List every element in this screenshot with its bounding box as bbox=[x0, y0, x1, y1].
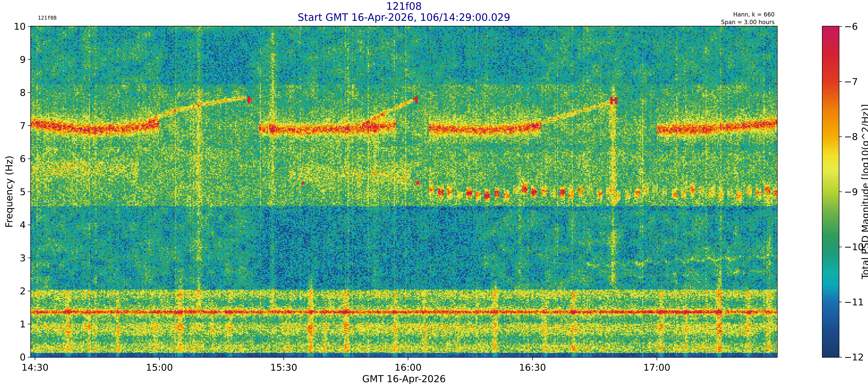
y-tick-label: 1 bbox=[1, 319, 26, 329]
colorbar-tick-label: −9 bbox=[844, 186, 858, 197]
x-axis-label: GMT 16-Apr-2026 bbox=[31, 373, 777, 384]
x-tick-label: 14:30 bbox=[22, 362, 49, 373]
window-info-block: Hann, k = 660 Span = 3.00 hours bbox=[721, 11, 775, 26]
colorbar-gradient bbox=[823, 26, 839, 357]
x-tick-label: 15:00 bbox=[146, 362, 173, 373]
x-tick-mark bbox=[159, 357, 160, 360]
y-tick-label: 6 bbox=[1, 153, 26, 164]
colorbar-tick-label: −7 bbox=[844, 76, 858, 87]
colorbar-tick-mark bbox=[839, 191, 842, 192]
y-tick-mark bbox=[28, 125, 31, 126]
colorbar-tick-label: −10 bbox=[844, 242, 864, 252]
y-tick-label: 8 bbox=[1, 87, 26, 98]
y-tick-mark bbox=[28, 191, 31, 192]
x-tick-mark bbox=[408, 357, 408, 360]
y-tick-label: 10 bbox=[1, 21, 26, 32]
colorbar-tick-label: −11 bbox=[844, 296, 864, 308]
y-tick-mark bbox=[28, 291, 31, 291]
y-tick-label: 4 bbox=[1, 219, 26, 230]
y-tick-label: 2 bbox=[1, 286, 26, 296]
colorbar-tick-mark bbox=[839, 81, 842, 82]
x-tick-mark bbox=[656, 357, 657, 360]
y-tick-mark bbox=[28, 357, 31, 357]
colorbar-tick-label: −12 bbox=[844, 352, 864, 363]
x-tick-label: 16:00 bbox=[395, 362, 422, 373]
y-tick-mark bbox=[28, 26, 31, 27]
window-function-info: Hann, k = 660 bbox=[721, 11, 775, 19]
colorbar-tick-label: −8 bbox=[844, 131, 858, 142]
colorbar-tick-label: −6 bbox=[844, 21, 858, 32]
x-tick-mark bbox=[35, 357, 35, 360]
x-tick-mark bbox=[283, 357, 284, 360]
colorbar-tick-mark bbox=[839, 247, 842, 247]
title-block: 121f08 Start GMT 16-Apr-2026, 106/14:29:… bbox=[31, 1, 777, 23]
colorbar-tick-mark bbox=[839, 136, 842, 137]
span-info: Span = 3.00 hours bbox=[721, 19, 775, 26]
y-tick-mark bbox=[28, 225, 31, 225]
colorbar-tick-mark bbox=[839, 26, 842, 27]
page-title: 121f08 bbox=[31, 1, 777, 12]
start-time-subtitle: Start GMT 16-Apr-2026, 106/14:29:00.029 bbox=[31, 12, 777, 23]
colorbar-label: Total PSD Magnitude [log10(g^2/Hz)] bbox=[860, 104, 868, 279]
y-tick-mark bbox=[28, 159, 31, 159]
spectrogram-heatmap bbox=[31, 26, 777, 357]
y-tick-mark bbox=[28, 324, 31, 324]
x-tick-label: 17:00 bbox=[643, 362, 671, 373]
y-tick-label: 7 bbox=[1, 120, 26, 131]
y-tick-mark bbox=[28, 92, 31, 93]
x-tick-label: 16:30 bbox=[519, 362, 546, 373]
y-tick-mark bbox=[28, 258, 31, 258]
colorbar-tick-mark bbox=[839, 357, 842, 357]
colorbar-tick-mark bbox=[839, 302, 842, 302]
x-tick-label: 15:30 bbox=[270, 362, 298, 373]
y-tick-mark bbox=[28, 59, 31, 60]
y-tick-label: 9 bbox=[1, 54, 26, 65]
x-tick-mark bbox=[532, 357, 533, 360]
spectrogram-figure: 121f08 500.0000 sa/sec df = 0.031 Hz, Nf… bbox=[0, 0, 868, 384]
y-tick-label: 3 bbox=[1, 252, 26, 263]
y-tick-label: 0 bbox=[1, 352, 26, 363]
y-tick-label: 5 bbox=[1, 186, 26, 197]
